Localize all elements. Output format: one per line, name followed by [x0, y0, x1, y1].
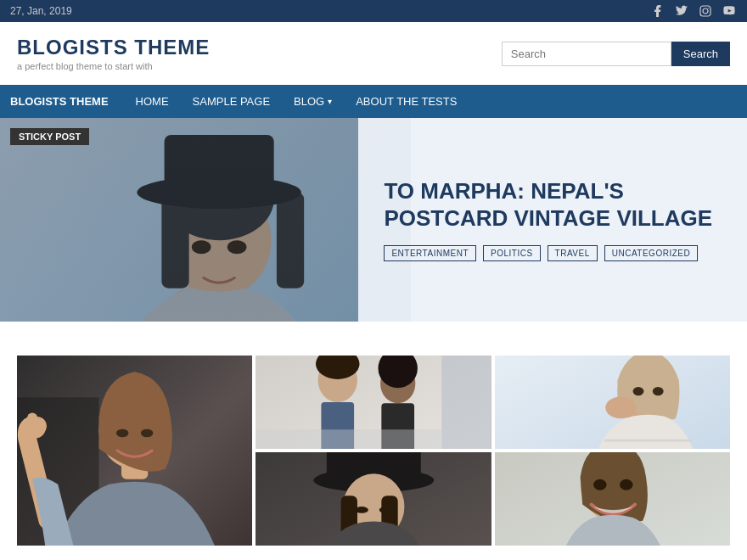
nav-bar: BLOGISTS THEME HOME SAMPLE PAGE BLOG ▾ A… — [0, 85, 747, 118]
site-tagline: a perfect blog theme to start with — [17, 61, 210, 71]
sticky-badge: STICKY POST — [10, 128, 89, 145]
social-icons-group — [650, 3, 737, 19]
tag-entertainment[interactable]: ENTERTAINMENT — [384, 245, 476, 261]
svg-rect-23 — [27, 412, 37, 433]
photo-bottom-right[interactable] — [495, 452, 730, 546]
hero-image — [0, 118, 411, 322]
tag-politics[interactable]: POLITICS — [483, 245, 541, 261]
main-content: STICKY POST — [0, 118, 747, 560]
svg-point-21 — [141, 429, 153, 438]
twitter-icon[interactable] — [674, 3, 689, 19]
svg-point-20 — [116, 429, 128, 438]
instagram-icon[interactable] — [698, 3, 713, 19]
nav-item-blog[interactable]: BLOG ▾ — [282, 85, 344, 118]
site-branding: BLOGISTS THEME a perfect blog theme to s… — [17, 36, 210, 71]
svg-rect-15 — [0, 118, 411, 322]
photo-large[interactable] — [17, 356, 252, 546]
tag-travel[interactable]: TRAVEL — [548, 245, 598, 261]
youtube-icon[interactable] — [722, 3, 737, 19]
sticky-post: STICKY POST — [0, 118, 747, 322]
hero-tags: ENTERTAINMENT POLITICS TRAVEL UNCATEGORI… — [384, 245, 722, 261]
site-title[interactable]: BLOGISTS THEME — [17, 36, 210, 59]
nav-item-sample-page[interactable]: SAMPLE PAGE — [181, 85, 283, 118]
hero-post-title[interactable]: TO MARPHA: NEPAL'S POSTCARD VINTAGE VILL… — [384, 178, 722, 231]
chevron-down-icon: ▾ — [328, 97, 332, 106]
photo-bottom-mid[interactable] — [256, 452, 491, 546]
nav-item-home[interactable]: HOME — [124, 85, 181, 118]
svg-rect-32 — [256, 429, 491, 449]
nav-item-about-tests[interactable]: ABOUT THE TESTS — [344, 85, 469, 118]
svg-point-51 — [620, 479, 632, 490]
photo-grid — [17, 356, 730, 546]
svg-point-35 — [632, 387, 643, 395]
search-input[interactable] — [502, 42, 671, 66]
nav-logo[interactable]: BLOGISTS THEME — [10, 85, 121, 118]
svg-rect-0 — [700, 6, 710, 16]
tag-uncategorized[interactable]: UNCATEGORIZED — [604, 245, 698, 261]
date-display: 27, Jan, 2019 — [10, 5, 72, 17]
top-bar: 27, Jan, 2019 — [0, 0, 747, 22]
facebook-icon[interactable] — [650, 3, 666, 19]
hero-text-area: TO MARPHA: NEPAL'S POSTCARD VINTAGE VILL… — [358, 118, 747, 322]
svg-point-47 — [379, 507, 392, 513]
photo-top-right[interactable] — [495, 356, 730, 449]
svg-point-46 — [356, 507, 368, 513]
search-button[interactable]: Search — [671, 42, 730, 66]
svg-point-1 — [703, 8, 708, 14]
svg-point-2 — [708, 8, 709, 8]
svg-point-36 — [652, 387, 663, 395]
svg-point-50 — [593, 479, 606, 490]
search-area: Search — [502, 42, 730, 66]
site-header: BLOGISTS THEME a perfect blog theme to s… — [0, 22, 747, 85]
photo-top-mid[interactable] — [256, 356, 491, 449]
svg-point-37 — [605, 397, 636, 419]
